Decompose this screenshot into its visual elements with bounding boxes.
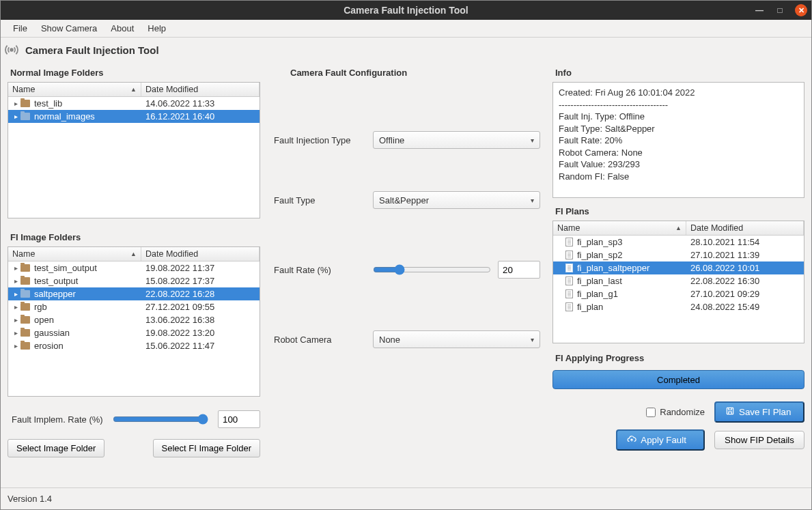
label-fault-rate: Fault Rate (%) (274, 265, 373, 275)
titlebar: Camera Fault Injection Tool — □ ✕ (1, 1, 811, 20)
svg-point-0 (10, 48, 13, 51)
folder-icon (20, 329, 30, 337)
minimize-icon[interactable]: — (754, 5, 765, 16)
info-created: Created: Fri Aug 26 10:01:04 2022 (559, 87, 798, 99)
file-icon (565, 289, 573, 298)
table-row[interactable]: ▸open 13.06.2022 16:38 (8, 313, 260, 326)
table-row[interactable]: ▸gaussian 19.08.2022 13:20 (8, 326, 260, 339)
label-fault-injection-type: Fault Injection Type (274, 135, 373, 145)
fi-folders-tree[interactable]: Name▲ Date Modified ▸test_sim_output 19.… (8, 246, 260, 397)
folder-icon (20, 100, 30, 107)
chevron-right-icon[interactable]: ▸ (12, 100, 19, 107)
randomize-checkbox-wrap[interactable]: Randomize (616, 407, 705, 417)
app-title: Camera Fault Injection Tool (25, 44, 159, 56)
randomize-label: Randomize (660, 407, 705, 417)
statusbar: Version 1.4 (1, 487, 811, 509)
table-row[interactable]: ▸test_sim_output 19.08.2022 11:37 (8, 261, 260, 274)
sort-asc-icon: ▲ (130, 86, 137, 93)
table-row[interactable]: ▸saltpepper 22.08.2022 16:28 (8, 287, 260, 300)
info-separator: ------------------------------------- (559, 99, 798, 111)
content: Normal Image Folders Name▲ Date Modified… (1, 61, 811, 487)
fault-rate-input[interactable] (498, 261, 540, 279)
window-title: Camera Fault Injection Tool (344, 5, 468, 16)
chevron-right-icon[interactable]: ▸ (12, 303, 19, 311)
fault-rate-slider[interactable] (373, 264, 491, 275)
select-image-folder-button[interactable]: Select Image Folder (8, 439, 104, 457)
label-fi-folders: FI Image Folders (10, 232, 260, 242)
label-info: Info (555, 68, 804, 78)
label-normal-folders: Normal Image Folders (10, 68, 260, 78)
label-camera-config: Camera Fault Configuration (290, 68, 540, 78)
fi-plans-tree[interactable]: Name▲ Date Modified fi_plan_sp3 28.10.20… (552, 221, 804, 343)
table-row[interactable]: fi_plan_sp2 27.10.2021 11:39 (553, 249, 804, 261)
folder-icon (20, 290, 30, 298)
table-row[interactable]: ▸erosion 15.06.2022 11:47 (8, 339, 260, 352)
fault-impl-rate-slider[interactable] (113, 414, 208, 425)
chevron-right-icon[interactable]: ▸ (12, 113, 19, 120)
table-row[interactable]: fi_plan_last 22.08.2022 16:30 (553, 274, 804, 287)
table-row[interactable]: ▸rgb 27.12.2021 09:55 (8, 300, 260, 313)
file-icon (565, 238, 573, 246)
label-robot-camera: Robot Camera (274, 335, 373, 345)
col-header-name[interactable]: Name▲ (553, 221, 686, 235)
folder-icon (20, 303, 30, 311)
table-row[interactable]: ▸normal_images 16.12.2021 16:40 (8, 110, 260, 123)
chevron-right-icon[interactable]: ▸ (12, 277, 19, 285)
folder-icon (20, 113, 30, 120)
col-left: Normal Image Folders Name▲ Date Modified… (8, 63, 267, 483)
table-row[interactable]: fi_plan_saltpepper 26.08.2022 10:01 (553, 261, 804, 274)
maximize-icon[interactable]: □ (774, 5, 785, 16)
folder-icon (20, 277, 30, 285)
chevron-right-icon[interactable]: ▸ (12, 316, 19, 324)
menubar: File Show Camera About Help (1, 20, 811, 38)
menu-show-camera[interactable]: Show Camera (34, 20, 104, 36)
table-row[interactable]: fi_plan_g1 27.10.2021 09:29 (553, 287, 804, 300)
chevron-right-icon[interactable]: ▸ (12, 264, 19, 272)
label-fault-impl-rate: Fault Implem. Rate (%) (12, 414, 103, 425)
table-row[interactable]: ▸test_output 15.08.2022 17:37 (8, 274, 260, 287)
table-row[interactable]: fi_plan 24.08.2022 15:49 (553, 300, 804, 313)
apply-fault-button[interactable]: Apply Fault (616, 429, 705, 451)
info-line: Random FI: False (559, 171, 798, 183)
robot-camera-combo[interactable]: None (373, 330, 540, 348)
version-text: Version 1.4 (8, 494, 52, 504)
fault-injection-type-combo[interactable]: Offline (373, 131, 540, 149)
folder-icon (20, 342, 30, 350)
label-fi-progress: FI Applying Progress (555, 353, 804, 363)
info-line: Fault Type: Salt&Pepper (559, 123, 798, 135)
menu-about[interactable]: About (104, 20, 141, 36)
sort-asc-icon: ▲ (130, 251, 137, 257)
menu-file[interactable]: File (6, 20, 34, 36)
show-fip-details-button[interactable]: Show FIP Details (714, 431, 804, 449)
col-header-name[interactable]: Name▲ (8, 83, 141, 96)
select-fi-folder-button[interactable]: Select FI Image Folder (153, 439, 261, 457)
col-header-date[interactable]: Date Modified (141, 83, 260, 96)
save-fi-plan-button[interactable]: Save FI Plan (714, 401, 804, 423)
col-mid: Camera Fault Configuration Fault Injecti… (267, 63, 547, 483)
chevron-right-icon[interactable]: ▸ (12, 342, 19, 350)
normal-folders-tree[interactable]: Name▲ Date Modified ▸test_lib 14.06.2022… (8, 82, 260, 218)
folder-icon (20, 316, 30, 324)
cloud-upload-icon (627, 434, 636, 446)
broadcast-icon (3, 42, 20, 58)
col-right: Info Created: Fri Aug 26 10:01:04 2022 -… (547, 63, 804, 483)
file-icon (565, 277, 573, 285)
randomize-checkbox[interactable] (646, 408, 656, 417)
file-icon (565, 264, 573, 272)
col-header-date[interactable]: Date Modified (141, 247, 260, 261)
chevron-right-icon[interactable]: ▸ (12, 290, 19, 298)
col-header-date[interactable]: Date Modified (686, 221, 804, 235)
fault-impl-rate-input[interactable] (218, 410, 260, 428)
table-row[interactable]: ▸test_lib 14.06.2022 11:33 (8, 97, 260, 110)
progress-bar: Completed (552, 370, 804, 389)
svg-rect-1 (727, 408, 733, 414)
menu-help[interactable]: Help (141, 20, 173, 36)
chevron-right-icon[interactable]: ▸ (12, 329, 19, 337)
col-header-name[interactable]: Name▲ (8, 247, 141, 261)
progress-text: Completed (657, 375, 700, 385)
close-icon[interactable]: ✕ (795, 4, 807, 16)
fault-type-combo[interactable]: Salt&Pepper (373, 191, 540, 209)
save-icon (725, 406, 735, 418)
table-row[interactable]: fi_plan_sp3 28.10.2021 11:54 (553, 236, 804, 249)
folder-icon (20, 264, 30, 272)
